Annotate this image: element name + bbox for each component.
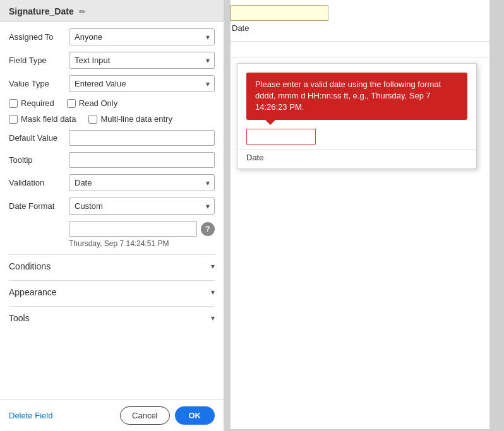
field-type-control: Text Input Date Dropdown	[69, 52, 215, 69]
validation-select-wrapper: Date None Number Email	[69, 174, 215, 191]
date-format-select[interactable]: Custom Short Medium Long	[69, 198, 215, 215]
value-type-select[interactable]: Entered Value Calculated Value	[69, 75, 215, 92]
field-type-row: Field Type Text Input Date Dropdown	[9, 52, 215, 69]
multiline-checkbox-item[interactable]: Multi-line data entry	[88, 114, 172, 124]
tooltip-input[interactable]	[69, 152, 215, 168]
panel-title: Signature_Date	[9, 6, 74, 16]
date-format-control: Custom Short Medium Long	[69, 198, 215, 215]
popup-container: Please enter a valid date using the foll…	[237, 63, 477, 169]
panel-header: Signature_Date ✏	[0, 0, 224, 22]
appearance-section: Appearance ▾	[9, 280, 215, 304]
value-type-label: Value Type	[9, 79, 69, 88]
read-only-label: Read Only	[79, 98, 117, 108]
date-format-label: Date Format	[9, 201, 69, 211]
footer-buttons: Cancel OK	[120, 406, 215, 425]
read-only-checkbox[interactable]	[67, 99, 76, 108]
checkboxes-row-2: Mask field data Multi-line data entry	[9, 114, 215, 124]
appearance-label: Appearance	[9, 287, 57, 297]
multiline-checkbox[interactable]	[88, 115, 97, 124]
value-type-row: Value Type Entered Value Calculated Valu…	[9, 75, 215, 92]
tools-section: Tools ▾	[9, 306, 215, 329]
tools-header[interactable]: Tools ▾	[9, 307, 215, 329]
required-checkbox[interactable]	[9, 99, 18, 108]
default-value-row: Default Value	[9, 130, 215, 146]
tooltip-label: Tooltip	[9, 155, 69, 165]
field-type-select[interactable]: Text Input Date Dropdown	[69, 52, 215, 69]
error-message: Please enter a valid date using the foll…	[255, 80, 441, 112]
tooltip-control	[69, 152, 215, 168]
required-label: Required	[21, 98, 54, 108]
right-area: Date Please enter a valid date using the…	[224, 0, 504, 431]
delete-field-link[interactable]: Delete Field	[9, 411, 52, 420]
date-label-top: Date	[231, 23, 498, 33]
date-format-row: Date Format Custom Short Medium Long	[9, 198, 215, 215]
default-value-control	[69, 130, 215, 146]
error-tooltip: Please enter a valid date using the foll…	[246, 73, 467, 120]
date-preview-top: Date	[231, 5, 498, 33]
assigned-to-label: Assigned To	[9, 32, 69, 42]
date-field-box	[231, 5, 328, 21]
tools-label: Tools	[9, 313, 30, 323]
assigned-to-control: Anyone Specific User Current User	[69, 28, 215, 45]
ok-button[interactable]: OK	[175, 406, 215, 425]
value-type-control: Entered Value Calculated Value	[69, 75, 215, 92]
mask-field-label: Mask field data	[21, 114, 76, 124]
conditions-section: Conditions ▾	[9, 254, 215, 278]
mask-field-checkbox-item[interactable]: Mask field data	[9, 114, 76, 124]
validation-row: Validation Date None Number Email	[9, 174, 215, 191]
validation-select[interactable]: Date None Number Email	[69, 174, 215, 191]
format-input[interactable]: dddd, mmm d HH:nn:ss tt	[69, 221, 197, 237]
conditions-label: Conditions	[9, 261, 51, 271]
custom-format-row: dddd, mmm d HH:nn:ss tt ?	[69, 221, 215, 237]
panel-body: Assigned To Anyone Specific User Current…	[0, 22, 224, 399]
format-preview: Thursday, Sep 7 14:24:51 PM	[69, 239, 215, 248]
help-icon[interactable]: ?	[201, 222, 215, 236]
value-type-select-wrapper: Entered Value Calculated Value	[69, 75, 215, 92]
appearance-arrow-icon: ▾	[211, 288, 215, 297]
tools-arrow-icon: ▾	[211, 314, 215, 322]
field-type-select-wrapper: Text Input Date Dropdown	[69, 52, 215, 69]
popup-date-input[interactable]: 10/5/	[246, 129, 316, 145]
validation-control: Date None Number Email	[69, 174, 215, 191]
popup-date-label: Date	[237, 150, 476, 168]
mask-field-checkbox[interactable]	[9, 115, 18, 124]
tooltip-row: Tooltip	[9, 152, 215, 168]
separator-2	[231, 57, 489, 57]
date-format-select-wrapper: Custom Short Medium Long	[69, 198, 215, 215]
checkboxes-row-1: Required Read Only	[9, 98, 215, 108]
left-panel: Signature_Date ✏ Assigned To Anyone Spec…	[0, 0, 224, 431]
validation-label: Validation	[9, 178, 69, 187]
edit-icon[interactable]: ✏	[79, 7, 86, 16]
cancel-button[interactable]: Cancel	[120, 406, 169, 425]
assigned-to-select[interactable]: Anyone Specific User Current User	[69, 28, 215, 45]
appearance-header[interactable]: Appearance ▾	[9, 281, 215, 304]
conditions-arrow-icon: ▾	[211, 262, 215, 271]
panel-footer: Delete Field Cancel OK	[0, 399, 224, 431]
assigned-to-row: Assigned To Anyone Specific User Current…	[9, 28, 215, 45]
default-value-label: Default Value	[9, 133, 69, 143]
read-only-checkbox-item[interactable]: Read Only	[67, 98, 117, 108]
conditions-header[interactable]: Conditions ▾	[9, 255, 215, 278]
multiline-label: Multi-line data entry	[100, 114, 172, 124]
separator-1	[231, 41, 489, 42]
default-value-input[interactable]	[69, 130, 215, 146]
field-type-label: Field Type	[9, 56, 69, 65]
required-checkbox-item[interactable]: Required	[9, 98, 54, 108]
assigned-to-select-wrapper: Anyone Specific User Current User	[69, 28, 215, 45]
